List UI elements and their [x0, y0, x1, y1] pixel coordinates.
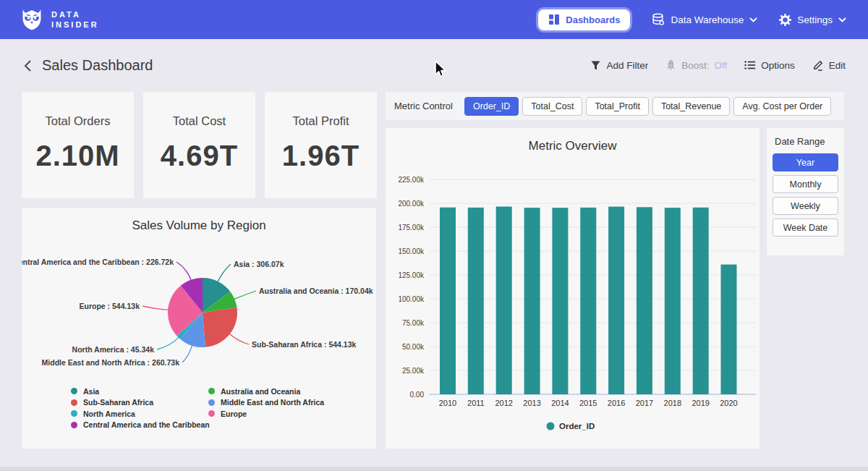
legend-item-australia-and-oceania[interactable]: Australia and Oceania: [208, 386, 324, 397]
x-tick-label: 2010: [439, 399, 456, 407]
footer-strip: [0, 467, 868, 471]
legend-dot: [71, 422, 77, 428]
bar-chart-card: Metric Overview 225.00k200.00k175.00k150…: [386, 128, 760, 449]
bar-2013[interactable]: [524, 208, 540, 394]
options-label: Options: [761, 60, 795, 71]
pie-leader-line: [157, 337, 179, 349]
x-tick-label: 2020: [720, 399, 737, 407]
legend-item-middle-east-and-north-africa[interactable]: Middle East and North Africa: [208, 397, 324, 409]
rocket-icon: [665, 59, 676, 71]
y-tick-label: 200.00k: [398, 200, 425, 208]
metric-option-order-id[interactable]: Order_ID: [464, 97, 519, 116]
metric-option-total-profit[interactable]: Total_Profit: [586, 97, 649, 116]
pie-callout-label: Sub-Saharan Africa : 544.13k: [252, 340, 356, 349]
bar-legend-order-id[interactable]: Order_ID: [547, 422, 595, 430]
metric-option-total-revenue[interactable]: Total_Revenue: [652, 97, 730, 116]
y-tick-label: 100.00k: [398, 295, 425, 303]
pie-legend-column-1: AsiaSub-Saharan AfricaNorth AmericaCentr…: [71, 386, 210, 430]
brand-line1: DATA: [51, 9, 99, 20]
mouse-cursor: [433, 60, 448, 79]
dashboard-grid-icon: [548, 14, 560, 25]
y-tick-label: 25.00k: [402, 367, 425, 375]
legend-dot: [547, 423, 555, 430]
data-warehouse-label: Data Warehouse: [671, 14, 744, 25]
legend-item-asia[interactable]: Asia: [71, 386, 210, 397]
kpi-card-total-profit: Total Profit 1.96T: [265, 92, 377, 198]
metric-option-avg-cost-per-order[interactable]: Avg. Cost per Order: [733, 97, 831, 116]
pie-leader-line: [229, 334, 249, 344]
pie-callout-label: Middle East and North Africa : 260.73k: [42, 358, 180, 367]
legend-item-north-america[interactable]: North America: [71, 408, 210, 420]
bar-chart-title: Metric Overview: [386, 128, 760, 153]
kpi-card-total-cost: Total Cost 4.69T: [143, 92, 255, 198]
pie-slice-sub-saharan-africa[interactable]: [203, 307, 237, 347]
legend-dot: [71, 410, 77, 417]
pie-callout-label: Europe : 544.13k: [80, 302, 140, 310]
dashboards-button[interactable]: Dashboards: [538, 9, 630, 30]
x-tick-label: 2012: [495, 399, 512, 407]
y-tick-label: 75.00k: [402, 319, 425, 327]
y-tick-label: 125.00k: [398, 271, 425, 279]
kpi-label: Total Orders: [22, 114, 134, 128]
back-button[interactable]: [20, 59, 35, 74]
legend-label: Europe: [221, 410, 247, 418]
y-tick-label: 50.00k: [402, 343, 425, 351]
y-tick-label: 0.00: [410, 391, 425, 399]
settings-label: Settings: [797, 14, 833, 25]
pie-chart-card: Sales Volume by Region Asia : 306.07kAus…: [22, 208, 376, 449]
date-range-week-date-button[interactable]: Week Date: [773, 218, 838, 237]
bar-2020[interactable]: [721, 265, 737, 394]
legend-dot: [71, 399, 77, 406]
date-range-label: Date Range: [775, 136, 838, 147]
x-tick-label: 2014: [551, 399, 569, 407]
owl-logo-icon: [20, 7, 43, 32]
legend-item-europe[interactable]: Europe: [208, 408, 324, 420]
legend-item-sub-saharan-africa[interactable]: Sub-Saharan Africa: [71, 397, 210, 409]
legend-label: Asia: [83, 387, 99, 396]
date-range-year-button[interactable]: Year: [773, 153, 838, 171]
bar-2010[interactable]: [440, 208, 456, 394]
data-warehouse-menu[interactable]: Data Warehouse: [652, 13, 757, 26]
edit-pencil-icon: [812, 59, 824, 71]
bar-2014[interactable]: [552, 208, 568, 394]
brand-text: DATA INSIDER: [51, 9, 99, 30]
pie-callout-label: Asia : 306.07k: [234, 260, 284, 268]
y-tick-label: 150.00k: [398, 247, 425, 255]
legend-dot: [208, 388, 215, 394]
pie-leader-line: [218, 264, 231, 282]
metric-control-bar: Metric Control Order_ID Total_Cost Total…: [386, 92, 844, 120]
kpi-value: 4.69T: [143, 140, 255, 172]
bar-2015[interactable]: [580, 208, 596, 394]
bar-2011[interactable]: [468, 208, 484, 394]
options-button[interactable]: Options: [744, 60, 795, 71]
edit-button[interactable]: Edit: [812, 59, 846, 71]
bar-2012[interactable]: [496, 207, 512, 395]
legend-label: Central America and the Caribbean: [83, 420, 210, 429]
x-tick-label: 2018: [664, 399, 681, 407]
pie-leader-line: [182, 345, 192, 362]
add-filter-label: Add Filter: [606, 60, 648, 71]
date-range-monthly-button[interactable]: Monthly: [773, 175, 838, 193]
add-filter-button[interactable]: Add Filter: [590, 60, 648, 71]
legend-dot: [208, 410, 215, 417]
bar-2018[interactable]: [665, 208, 681, 394]
settings-menu[interactable]: Settings: [779, 14, 846, 26]
kpi-card-total-orders: Total Orders 2.10M: [22, 92, 134, 198]
brand-line2: INSIDER: [51, 20, 99, 30]
options-list-icon: [744, 60, 756, 70]
metric-option-total-cost[interactable]: Total_Cost: [522, 97, 582, 116]
brand-logo[interactable]: DATA INSIDER: [20, 7, 99, 32]
navbar-menu: Dashboards Data Warehouse: [538, 0, 846, 39]
metric-control-label: Metric Control: [394, 101, 453, 111]
legend-item-central-america-and-the-caribbean[interactable]: Central America and the Caribbean: [71, 420, 210, 431]
dashboard-actions: Add Filter Boost: Off Options: [590, 59, 846, 71]
bar-2016[interactable]: [608, 207, 624, 394]
top-navbar: DATA INSIDER Dashboards: [0, 0, 868, 39]
pie-leader-line: [234, 291, 256, 300]
date-range-weekly-button[interactable]: Weekly: [773, 197, 838, 215]
x-tick-label: 2015: [579, 399, 597, 407]
bar-2019[interactable]: [693, 208, 709, 394]
boost-toggle[interactable]: Boost: Off: [665, 59, 727, 71]
x-tick-label: 2013: [523, 399, 540, 407]
bar-2017[interactable]: [637, 207, 652, 394]
